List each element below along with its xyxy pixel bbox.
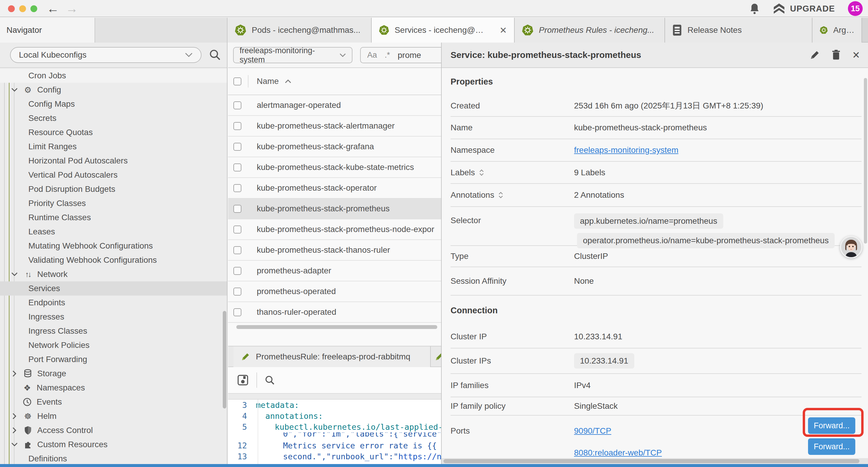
sidebar-item-secrets[interactable]: Secrets [0, 111, 227, 125]
row-checkbox[interactable] [234, 184, 241, 192]
sidebar-group-access-control[interactable]: Access Control [0, 423, 227, 437]
table-row[interactable]: kube-prometheus-stack-prometheus-node-ex… [228, 219, 441, 240]
table-row[interactable]: thanos-ruler-operated [228, 302, 441, 323]
sidebar-item-mutating-webhook-configurations[interactable]: Mutating Webhook Configurations [0, 239, 227, 253]
expand-collapse-chevrons-icon[interactable] [479, 169, 484, 176]
tab-prometheus-rules[interactable]: Prometheus Rules - icecheng... [515, 18, 665, 42]
table-row[interactable]: alertmanager-operated [228, 95, 441, 116]
detail-horizontal-scrollbar[interactable] [443, 459, 860, 463]
sidebar-item-cron-jobs[interactable]: Cron Jobs [0, 68, 227, 83]
maximize-window-button[interactable] [30, 5, 37, 12]
match-case-toggle[interactable]: Aa [367, 51, 377, 60]
table-row[interactable]: kube-prometheus-stack-alertmanager [228, 116, 441, 137]
sidebar-item-limit-ranges[interactable]: Limit Ranges [0, 140, 227, 154]
save-icon[interactable] [237, 374, 249, 386]
namespace-filter-dropdown[interactable]: freeleaps-monitoring-system [233, 47, 352, 63]
sidebar-item-resource-quotas[interactable]: Resource Quotas [0, 125, 227, 140]
sidebar-item-leases[interactable]: Leases [0, 225, 227, 239]
row-checkbox[interactable] [234, 246, 241, 254]
table-row[interactable]: kube-prometheus-stack-operator [228, 178, 441, 199]
sidebar-item-events[interactable]: Events [0, 395, 227, 409]
select-all-checkbox[interactable] [234, 78, 241, 85]
tab-services[interactable]: Services - icecheng@math... ✕ [372, 18, 515, 42]
table-row[interactable]: kube-prometheus-stack-kube-state-metrics [228, 157, 441, 178]
sidebar-item-horizontal-pod-autoscalers[interactable]: Horizontal Pod Autoscalers [0, 154, 227, 168]
sidebar-item-pod-disruption-budgets[interactable]: Pod Disruption Budgets [0, 182, 227, 196]
editor-tab-prometheusrule[interactable]: PrometheusRule: freeleaps-prod-rabbitmq [234, 346, 431, 367]
sidebar-group-storage[interactable]: Storage [0, 367, 227, 381]
row-checkbox[interactable] [234, 101, 241, 109]
sidebar-item-runtime-classes[interactable]: Runtime Classes [0, 210, 227, 225]
notifications-bell-icon[interactable] [749, 3, 760, 14]
sidebar-item-vertical-pod-autoscalers[interactable]: Vertical Pod Autoscalers [0, 168, 227, 182]
sidebar-item-services[interactable]: Services [0, 282, 227, 296]
navigator-panel-tab[interactable]: Navigator [0, 18, 95, 42]
sidebar-item-validating-webhook-configurations[interactable]: Validating Webhook Configurations [0, 253, 227, 267]
sidebar-group-custom-resources[interactable]: Custom Resources [0, 437, 227, 451]
table-row[interactable]: prometheus-adapter [228, 261, 441, 282]
delete-trash-icon[interactable] [832, 50, 840, 60]
search-icon[interactable] [209, 49, 221, 61]
sidebar-item-priority-classes[interactable]: Priority Classes [0, 196, 227, 210]
minimize-window-button[interactable] [19, 5, 26, 12]
sort-ascending-icon [285, 80, 291, 83]
row-checkbox[interactable] [234, 164, 241, 171]
sidebar-item-ingress-classes[interactable]: Ingress Classes [0, 324, 227, 338]
sidebar-group-helm[interactable]: ☸ Helm [0, 409, 227, 423]
notification-count-badge[interactable]: 15 [848, 1, 863, 16]
tab-argo[interactable]: Argo Se [812, 18, 862, 42]
sidebar-scrollbar[interactable] [223, 311, 226, 408]
row-checkbox[interactable] [234, 226, 241, 233]
annotation-highlight-ring [803, 408, 864, 437]
sidebar-item-network-policies[interactable]: Network Policies [0, 338, 227, 352]
detail-vertical-scrollbar[interactable] [864, 78, 867, 243]
chevron-down-icon [339, 53, 346, 57]
sidebar-item-port-forwarding[interactable]: Port Forwarding [0, 352, 227, 367]
table-row[interactable]: prometheus-operated [228, 282, 441, 302]
editor-search-icon[interactable] [264, 375, 275, 386]
row-checkbox[interactable] [234, 205, 241, 213]
sidebar-group-network[interactable]: ↑↓ Network [0, 267, 227, 282]
row-checkbox[interactable] [234, 143, 241, 151]
edit-pencil-icon[interactable] [810, 50, 820, 60]
regex-toggle[interactable]: .* [385, 51, 390, 60]
back-arrow-icon[interactable]: ← [47, 1, 59, 17]
tab-pods[interactable]: Pods - icecheng@mathmas... [227, 18, 372, 42]
table-row-selected[interactable]: kube-prometheus-stack-prometheus [228, 199, 441, 219]
sidebar-item-definitions[interactable]: Definitions [0, 451, 227, 466]
sidebar-item-config-maps[interactable]: Config Maps [0, 97, 227, 111]
row-checkbox[interactable] [234, 122, 241, 130]
sidebar-item-namespaces[interactable]: ❖ Namespaces [0, 381, 227, 395]
port-link-9090[interactable]: 9090/TCP [574, 426, 662, 436]
expand-collapse-chevrons-icon[interactable] [498, 192, 503, 198]
row-checkbox[interactable] [234, 288, 241, 296]
row-checkbox[interactable] [234, 267, 241, 275]
connection-section-heading: Connection [451, 296, 868, 325]
search-input[interactable]: Aa .* prome [360, 47, 441, 63]
table-row[interactable]: kube-prometheus-stack-grafana [228, 137, 441, 157]
tab-release-notes[interactable]: Release Notes [665, 18, 812, 42]
close-tab-icon[interactable]: ✕ [500, 25, 507, 35]
port-link-8080-reloader-web[interactable]: 8080:reloader-web/TCP [574, 448, 662, 458]
sidebar-group-config[interactable]: ⚙ Config [0, 83, 227, 97]
editor-tab-next-partial[interactable] [431, 346, 441, 367]
sidebar-item-endpoints[interactable]: Endpoints [0, 296, 227, 310]
table-row[interactable]: kube-prometheus-stack-thanos-ruler [228, 240, 441, 261]
avatar[interactable] [840, 236, 862, 258]
close-panel-icon[interactable]: × [852, 50, 860, 60]
sidebar-item-ingresses[interactable]: Ingresses [0, 310, 227, 324]
upgrade-button[interactable]: UPGRADE [773, 3, 835, 14]
yaml-editor[interactable]: 3metadata: 4annotations: 5kubectl.kubern… [228, 400, 441, 467]
name-column-header[interactable]: Name [257, 77, 291, 86]
forward-arrow-icon[interactable]: → [66, 1, 78, 17]
row-checkbox[interactable] [234, 308, 241, 316]
close-window-button[interactable] [8, 5, 15, 12]
namespace-link[interactable]: freeleaps-monitoring-system [574, 145, 678, 155]
horizontal-scrollbar[interactable] [236, 325, 437, 329]
puzzle-icon [23, 440, 33, 449]
forward-button-8080[interactable]: Forward... [808, 438, 855, 455]
kubeconfig-selector[interactable]: Local Kubeconfigs [10, 47, 202, 63]
runbook-url-link[interactable]: https://net [398, 452, 441, 461]
chevron-right-icon [11, 427, 18, 434]
gears-icon: ⚙ [23, 85, 33, 95]
